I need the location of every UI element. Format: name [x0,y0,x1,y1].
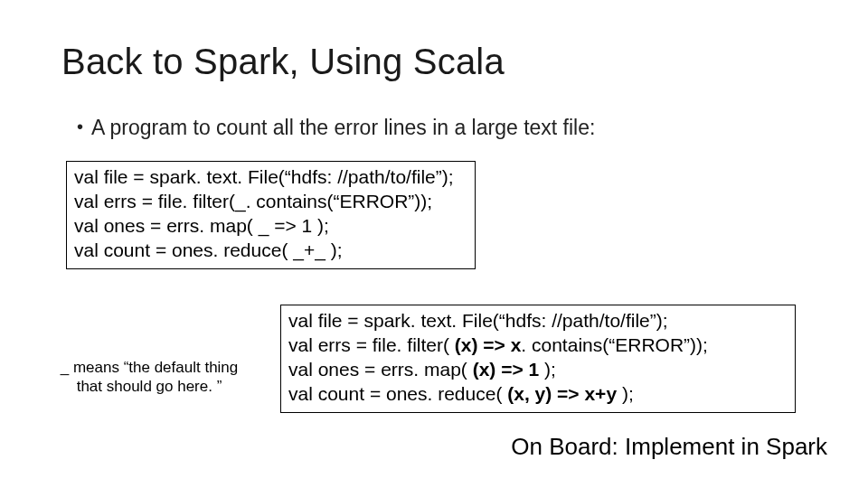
bullet-item: • A program to count all the error lines… [77,116,595,140]
underscore-note: _ means “the default thing that should g… [50,358,249,397]
bullet-text: A program to count all the error lines i… [91,116,595,140]
code-line: val file = spark. text. File(“hdfs: //pa… [74,165,467,190]
code-line: val file = spark. text. File(“hdfs: //pa… [288,309,788,333]
bullet-dot-icon: • [77,117,83,137]
code-text: . contains(“ERROR”)); [521,334,708,355]
note-line: that should go here. ” [50,377,249,396]
code-text: val count = ones. reduce( [288,383,507,404]
code-highlight: (x, y) => x+y [507,383,617,404]
code-line: val ones = errs. map( _ => 1 ); [74,214,467,239]
code-line: val ones = errs. map( (x) => 1 ); [288,358,788,382]
code-text: ); [539,359,556,380]
code-text: val errs = file. filter( [288,334,455,355]
slide: Back to Spark, Using Scala • A program t… [0,0,868,488]
code-line: val errs = file. filter( (x) => x. conta… [288,333,788,358]
code-block-2: val file = spark. text. File(“hdfs: //pa… [280,305,796,413]
code-text: ); [617,383,634,404]
code-line: val errs = file. filter(_. contains(“ERR… [74,190,467,214]
note-line: _ means “the default thing [50,358,249,377]
code-text: val file = spark. text. File(“hdfs: //pa… [288,310,668,331]
code-line: val count = ones. reduce( (x, y) => x+y … [288,382,788,407]
footer-note: On Board: Implement in Spark [511,433,827,461]
slide-title: Back to Spark, Using Scala [61,42,505,82]
code-line: val count = ones. reduce( _+_ ); [74,239,467,263]
code-text: val ones = errs. map( [288,359,473,380]
code-highlight: (x) => 1 [473,359,540,380]
code-highlight: (x) => x [455,334,522,355]
code-block-1: val file = spark. text. File(“hdfs: //pa… [66,161,476,269]
